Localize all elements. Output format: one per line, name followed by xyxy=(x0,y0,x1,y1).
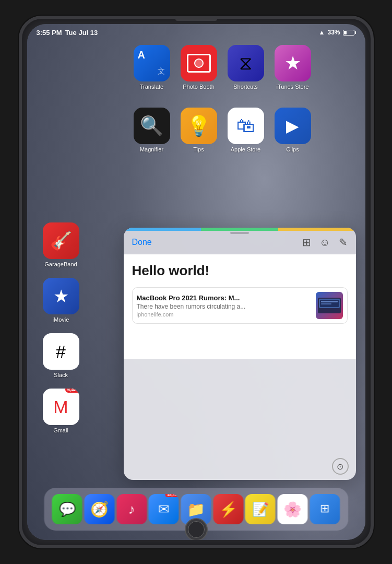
compose-link-source: iphonelife.com xyxy=(137,311,311,318)
app-magnifier-label: Magnifier xyxy=(140,146,163,152)
compose-link-card[interactable]: MacBook Pro 2021 Rumors: M... There have… xyxy=(132,287,348,324)
accessibility-icon[interactable]: ⊙ xyxy=(332,458,349,475)
dock-music[interactable]: ♪ xyxy=(116,494,147,524)
screen: 3:55 PM Tue Jul 13 ▲ 33% A 文 xyxy=(27,24,365,540)
drag-handle xyxy=(230,232,249,234)
strip-green xyxy=(201,228,278,231)
gmail-badge: 6,420 xyxy=(65,389,79,393)
ipad-device: 3:55 PM Tue Jul 13 ▲ 33% A 文 xyxy=(19,16,374,548)
app-imovie[interactable]: ★ iMovie xyxy=(43,278,79,323)
compose-header: Done ⊞ ☺ ✎ xyxy=(124,231,356,254)
app-garageband-label: GarageBand xyxy=(44,261,77,267)
dock-appstore[interactable]: ⊞ xyxy=(310,494,340,524)
app-clips-label: Clips xyxy=(286,146,299,152)
status-date: Tue Jul 13 xyxy=(65,29,98,37)
mail-badge: 43,759 xyxy=(165,494,179,497)
status-right: ▲ 33% xyxy=(319,29,356,36)
dock-notes[interactable]: 📝 xyxy=(245,494,276,524)
strip-blue xyxy=(124,228,201,231)
dock-photos[interactable]: 🌸 xyxy=(278,494,308,524)
dock-spark[interactable]: ⚡ xyxy=(213,494,243,524)
status-time: 3:55 PM xyxy=(37,29,62,37)
svg-text:⊞: ⊞ xyxy=(320,502,329,515)
status-bar: 3:55 PM Tue Jul 13 ▲ 33% xyxy=(27,24,365,41)
app-clips[interactable]: ▶ Clips xyxy=(272,108,314,165)
compose-strip xyxy=(124,228,356,231)
battery-pct: 33% xyxy=(327,29,340,36)
dock-messages[interactable]: 💬 xyxy=(52,494,82,524)
app-translate[interactable]: A 文 Translate xyxy=(131,45,173,102)
svg-rect-4 xyxy=(321,303,331,304)
app-translate-label: Translate xyxy=(140,84,163,90)
app-itunes[interactable]: ★ iTunes Store xyxy=(272,45,314,102)
emoji-icon[interactable]: ☺ xyxy=(319,237,330,249)
app-imovie-label: iMovie xyxy=(53,316,69,323)
svg-rect-3 xyxy=(321,301,338,302)
compose-bottom-toolbar: ⊙ xyxy=(332,458,349,475)
edit-icon[interactable]: ✎ xyxy=(339,236,348,249)
compose-link-desc: There have been rumors circulating a... xyxy=(137,303,311,310)
app-applestore-label: Apple Store xyxy=(231,146,260,152)
compose-done-button[interactable]: Done xyxy=(132,238,152,247)
app-photobooth[interactable]: Photo Booth xyxy=(178,45,220,102)
compose-body[interactable]: Hello world! MacBook Pro 2021 Rumors: M.… xyxy=(124,254,356,359)
compose-toolbar: ⊞ ☺ ✎ xyxy=(302,236,347,249)
strip-yellow xyxy=(278,228,355,231)
left-apps: 🎸 GarageBand ★ iMovie # Slack xyxy=(43,222,79,433)
battery-icon xyxy=(343,30,356,36)
app-shortcuts[interactable]: ⧖ Shortcuts xyxy=(225,45,267,102)
app-photobooth-label: Photo Booth xyxy=(183,84,215,90)
app-magnifier[interactable]: 🔍 Magnifier xyxy=(131,108,173,165)
wifi-icon: ▲ xyxy=(319,29,325,36)
app-slack-label: Slack xyxy=(54,372,68,378)
compose-link-title: MacBook Pro 2021 Rumors: M... xyxy=(137,294,311,302)
app-slack[interactable]: # Slack xyxy=(43,333,79,378)
app-applestore[interactable]: 🛍 Apple Store xyxy=(225,108,267,165)
app-tips[interactable]: 💡 Tips xyxy=(178,108,220,165)
app-grid: A 文 Translate Photo Booth ⧖ xyxy=(90,45,355,228)
compose-link-thumbnail xyxy=(316,292,343,319)
compose-message-title: Hello world! xyxy=(132,263,348,279)
grid-icon[interactable]: ⊞ xyxy=(302,236,311,249)
app-shortcuts-label: Shortcuts xyxy=(233,84,257,90)
app-tips-label: Tips xyxy=(193,146,204,152)
dock-safari[interactable]: 🧭 xyxy=(84,494,114,524)
home-button[interactable] xyxy=(185,518,208,540)
app-garageband[interactable]: 🎸 GarageBand xyxy=(43,222,79,267)
app-gmail[interactable]: M 6,420 Gmail xyxy=(43,389,79,433)
compose-panel[interactable]: Done ⊞ ☺ ✎ Hello world! MacBook Pro 2021… xyxy=(124,228,356,480)
app-gmail-label: Gmail xyxy=(53,427,68,433)
compose-link-info: MacBook Pro 2021 Rumors: M... There have… xyxy=(137,294,311,318)
app-itunes-label: iTunes Store xyxy=(277,84,309,90)
dock-mail[interactable]: ✉ 43,759 xyxy=(149,494,179,524)
